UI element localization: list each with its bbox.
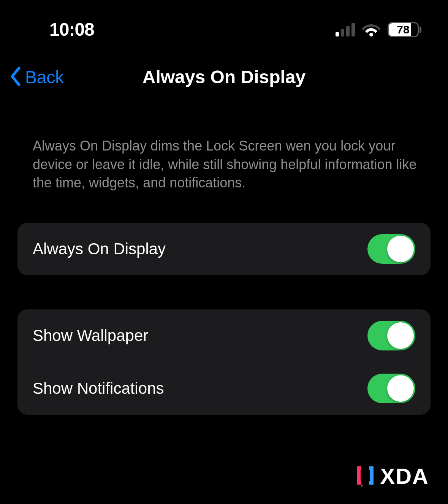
settings-group-options: Show Wallpaper Show Notifications — [17, 309, 431, 415]
setting-row-show-notifications: Show Notifications — [33, 362, 431, 415]
watermark: XDA — [354, 463, 429, 489]
setting-label: Always On Display — [33, 240, 166, 258]
battery-percent: 78 — [397, 23, 409, 36]
toggle-show-wallpaper[interactable] — [367, 321, 415, 350]
back-label: Back — [25, 67, 64, 87]
setting-row-show-wallpaper: Show Wallpaper — [17, 309, 431, 362]
back-button[interactable]: Back — [9, 67, 64, 88]
nav-bar: Back Always On Display — [0, 48, 448, 99]
battery-icon: 78 — [388, 22, 421, 37]
status-bar: 10:08 78 — [0, 0, 448, 48]
chevron-left-icon — [9, 67, 22, 88]
status-indicators: 78 — [336, 21, 421, 38]
setting-label: Show Wallpaper — [33, 326, 148, 345]
settings-group-main: Always On Display — [17, 223, 431, 275]
page-title: Always On Display — [11, 67, 437, 87]
status-time: 10:08 — [49, 19, 94, 40]
watermark-text: XDA — [380, 463, 429, 489]
svg-point-0 — [369, 33, 373, 36]
toggle-show-notifications[interactable] — [367, 374, 415, 403]
description-text: Always On Display dims the Lock Screen w… — [0, 99, 448, 211]
xda-logo-icon — [354, 464, 377, 488]
cellular-icon — [336, 23, 355, 36]
setting-row-always-on-display: Always On Display — [17, 223, 431, 275]
wifi-icon — [362, 21, 381, 38]
toggle-always-on-display[interactable] — [367, 234, 415, 264]
setting-label: Show Notifications — [33, 379, 164, 398]
